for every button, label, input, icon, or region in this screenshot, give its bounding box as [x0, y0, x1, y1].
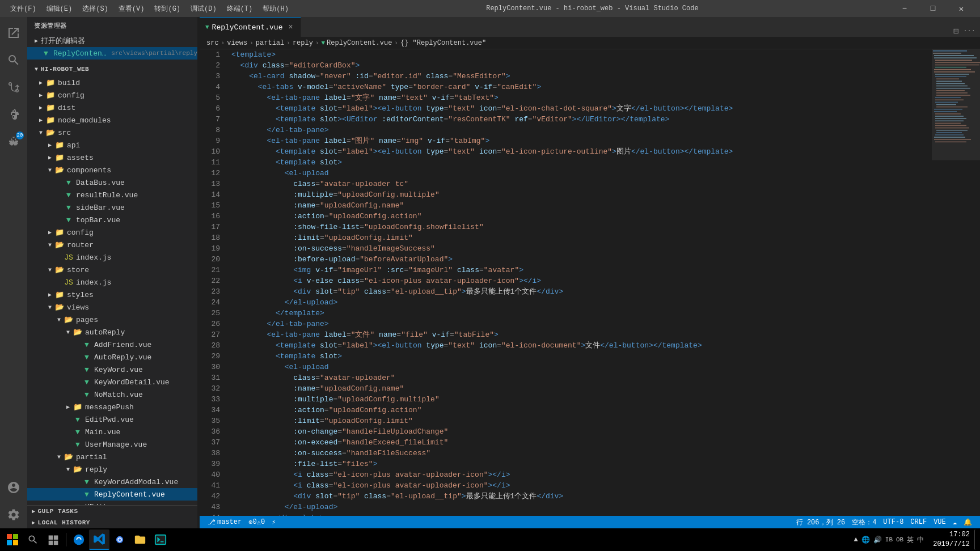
- tree-item-views[interactable]: ▼ 📂 views: [27, 301, 197, 313]
- tree-item-build[interactable]: ▶ 📁 build: [27, 77, 197, 89]
- taskbar-app-terminal[interactable]: [150, 529, 171, 550]
- status-line-col[interactable]: 行 206，列 26: [793, 516, 848, 528]
- status-encoding[interactable]: UTF-8: [880, 516, 907, 528]
- status-git-branch[interactable]: ⎇ master: [204, 516, 245, 528]
- tab-close-button[interactable]: ×: [286, 23, 295, 32]
- status-lightning[interactable]: ⚡: [268, 516, 279, 528]
- taskbar-search[interactable]: [23, 529, 43, 550]
- breadcrumb-views[interactable]: views: [227, 39, 247, 47]
- tree-item-editpwd[interactable]: ▶ ▼ EditPwd.vue: [27, 413, 197, 426]
- tree-item-config2[interactable]: ▶ 📁 config: [27, 226, 197, 239]
- tree-item-partial[interactable]: ▼ 📂 partial: [27, 451, 197, 463]
- tree-item-messagepush[interactable]: ▶ 📁 messagePush: [27, 401, 197, 413]
- code-area[interactable]: <template> <div class="editorCardBox"> <…: [227, 49, 932, 516]
- tree-item-reply[interactable]: ▼ 📂 reply: [27, 463, 197, 476]
- tree-item-keyworddetail[interactable]: ▶ ▼ KeyWordDetail.vue: [27, 376, 197, 388]
- tab-replycontent[interactable]: ▼ ReplyContent.vue ×: [200, 17, 301, 37]
- tree-item-addfriend[interactable]: ▶ ▼ AddFriend.vue: [27, 338, 197, 351]
- tree-item-config[interactable]: ▶ 📁 config: [27, 89, 197, 101]
- tree-item-api[interactable]: ▶ 📁 api: [27, 139, 197, 151]
- tree-item-autoreply[interactable]: ▼ 📂 autoReply: [27, 326, 197, 338]
- tree-item-styles[interactable]: ▶ 📁 styles: [27, 289, 197, 301]
- status-bell[interactable]: 🔔: [960, 516, 975, 528]
- tree-item-topbar[interactable]: ▶ ▼ topBar.vue: [27, 214, 197, 226]
- tree-item-autoreply-vue[interactable]: ▶ ▼ AutoReply.vue: [27, 351, 197, 363]
- status-spaces[interactable]: 空格：4: [848, 516, 880, 528]
- menu-view[interactable]: 查看(V): [114, 3, 149, 15]
- split-editor-icon[interactable]: ⊟: [953, 26, 959, 37]
- tree-item-databus[interactable]: ▶ ▼ DataBus.vue: [27, 176, 197, 189]
- menu-terminal[interactable]: 终端(T): [222, 3, 257, 15]
- tree-item-nomatch[interactable]: ▶ ▼ NoMatch.vue: [27, 388, 197, 401]
- tray-ime[interactable]: 中: [917, 535, 924, 545]
- tree-item-keyword[interactable]: ▶ ▼ KeyWord.vue: [27, 363, 197, 376]
- menu-help[interactable]: 帮助(H): [258, 3, 293, 15]
- taskbar-clock[interactable]: 17:02 2019/7/12: [928, 530, 974, 549]
- svg-rect-49: [155, 535, 166, 545]
- tree-item-dist[interactable]: ▶ 📁 dist: [27, 101, 197, 114]
- sidebar-open-editors[interactable]: ▶ 打开的编辑器: [27, 35, 197, 47]
- settings-icon[interactable]: [0, 501, 27, 528]
- menu-edit[interactable]: 编辑(E): [42, 3, 77, 15]
- tray-network[interactable]: 🌐: [861, 536, 870, 544]
- breadcrumb-partial[interactable]: partial: [256, 39, 284, 47]
- status-errors[interactable]: ⊗ 0 ⚠ 0: [245, 516, 268, 528]
- status-line-ending[interactable]: CRLF: [907, 516, 930, 528]
- menu-file[interactable]: 文件(F): [6, 3, 41, 15]
- status-language[interactable]: VUE: [930, 516, 949, 528]
- extensions-icon[interactable]: 20: [0, 128, 27, 155]
- source-control-icon[interactable]: [0, 74, 27, 101]
- local-history-arrow: ▶: [32, 519, 36, 526]
- breadcrumb-reply[interactable]: reply: [293, 39, 313, 47]
- menu-debug[interactable]: 调试(D): [186, 3, 221, 15]
- menu-goto[interactable]: 转到(G): [150, 3, 185, 15]
- win-minimize[interactable]: −: [892, 0, 918, 17]
- tree-item-ueditor[interactable]: ▶ ▼ UEditor.vue: [27, 501, 197, 505]
- tree-item-index-js[interactable]: ▶ JS index.js: [27, 251, 197, 264]
- tree-item-replycontent[interactable]: ▶ ▼ ReplyContent.vue: [27, 488, 197, 501]
- menu-select[interactable]: 选择(S): [78, 3, 113, 15]
- taskbar-show-desktop[interactable]: [974, 529, 978, 550]
- window-controls[interactable]: − □ ✕: [892, 0, 974, 17]
- code-line-21: <img v-if="imageUrl" :src="imageUrl" cla…: [231, 265, 932, 276]
- breadcrumb-symbol[interactable]: {} "ReplyContent.vue": [400, 39, 486, 47]
- status-cloud[interactable]: ☁: [949, 516, 960, 528]
- account-icon[interactable]: [0, 474, 27, 501]
- gulp-tasks-header[interactable]: ▶ GULP TASKS: [27, 506, 197, 517]
- breadcrumb-file[interactable]: ▼ ReplyContent.vue: [322, 39, 392, 47]
- tree-item-index-js2[interactable]: ▶ JS index.js: [27, 276, 197, 289]
- tray-volume[interactable]: 🔊: [873, 536, 882, 544]
- taskbar-start[interactable]: [2, 529, 23, 550]
- tree-item-usermanage[interactable]: ▶ ▼ UserManage.vue: [27, 438, 197, 451]
- tree-item-router[interactable]: ▼ 📂 router: [27, 239, 197, 251]
- breadcrumb-src[interactable]: src: [206, 39, 219, 47]
- sidebar-open-file[interactable]: ▼ ReplyContent.vue src\views\partial\rep…: [27, 47, 197, 60]
- taskbar-app-chrome[interactable]: [109, 529, 130, 550]
- search-icon[interactable]: [0, 46, 27, 74]
- tree-item-src[interactable]: ▼ 📂 src: [27, 126, 197, 139]
- tree-item-node-modules[interactable]: ▶ 📁 node_modules: [27, 114, 197, 126]
- tray-lang[interactable]: 英: [907, 535, 914, 545]
- win-close[interactable]: ✕: [948, 0, 974, 17]
- local-history-header[interactable]: ▶ LOCAL HISTORY: [27, 517, 197, 528]
- taskbar-app-vscode[interactable]: [89, 529, 109, 550]
- tray-up-icon[interactable]: ▲: [854, 536, 858, 544]
- tree-item-assets[interactable]: ▶ 📁 assets: [27, 151, 197, 164]
- tree-item-keywordaddmodal[interactable]: ▶ ▼ KeyWordAddModal.vue: [27, 476, 197, 488]
- taskbar-app-file-explorer[interactable]: [130, 529, 150, 550]
- tree-item-pages[interactable]: ▼ 📂 pages: [27, 313, 197, 326]
- taskbar: ▲ 🌐 🔊 IB OB 英 中 17:02 2019/7/12: [0, 528, 980, 551]
- tree-item-main[interactable]: ▶ ▼ Main.vue: [27, 426, 197, 438]
- explorer-icon[interactable]: [0, 19, 27, 46]
- sidebar-root[interactable]: ▼ HI-ROBOT_WEB: [27, 63, 197, 75]
- menu-bar[interactable]: 文件(F) 编辑(E) 选择(S) 查看(V) 转到(G) 调试(D) 终端(T…: [6, 3, 293, 15]
- debug-icon[interactable]: [0, 101, 27, 128]
- win-maximize[interactable]: □: [920, 0, 946, 17]
- tree-item-sidebar-vue[interactable]: ▶ ▼ sideBar.vue: [27, 201, 197, 214]
- tree-item-resultrule[interactable]: ▶ ▼ resultRule.vue: [27, 189, 197, 201]
- tree-item-components[interactable]: ▼ 📂 components: [27, 164, 197, 176]
- taskbar-app-edge[interactable]: [69, 529, 89, 550]
- taskbar-task-view[interactable]: [43, 529, 64, 550]
- tree-item-store[interactable]: ▼ 📂 store: [27, 264, 197, 276]
- more-actions-icon[interactable]: ···: [963, 27, 975, 35]
